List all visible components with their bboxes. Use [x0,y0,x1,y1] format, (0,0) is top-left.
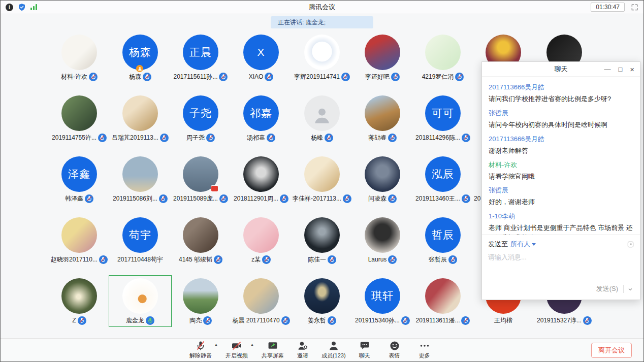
chat-message: 张哲辰好的，谢谢老师 [489,186,633,207]
participant-tile[interactable]: z某 [230,214,293,266]
participant-name: 2017115611孙... [174,73,218,81]
toolbar-button-mic-off[interactable]: 解除静音 [189,340,212,359]
participant-avatar: 正晨 [183,35,218,70]
participant-tile[interactable]: 苟宇2017110448苟宇 [109,214,172,266]
toolbar-button-camera-off[interactable]: 开启视频 [226,340,248,359]
participant-tile[interactable]: 蒋劼睿 [351,92,414,144]
participant-avatar [122,95,158,131]
participant-name: Laurus [368,256,387,263]
participant-name: 赵晓羽2017110... [51,255,98,264]
participant-tile[interactable]: 2018112901周... [230,153,293,205]
participant-tile[interactable]: 可可2018114296陈... [411,92,474,144]
participant-tile[interactable]: 杨峰 [291,92,353,144]
participant-tile[interactable]: Laurus [351,214,414,266]
participant-avatar [365,35,400,70]
chat-sender-name: 2017113666吴月皓 [489,83,633,92]
participant-tile[interactable]: 子尧周子尧 [169,92,232,144]
participant-tile[interactable]: 闫凌森 [351,153,414,205]
muted-mic-icon [388,194,397,203]
participant-tile[interactable]: 祁嘉汤祁嘉 [230,92,293,144]
chat-message-list: 2017113666吴月皓请问我们学校推荐进省赛的比例是多少呀?张哲辰请问今年校… [482,77,640,235]
participant-tile[interactable]: 2019115089庞... [169,153,232,205]
chat-icon [359,340,370,351]
participant-tile[interactable]: 赵晓羽2017110... [48,214,111,266]
chevron-up-icon[interactable]: ▲ [250,343,254,346]
toolbar-button-emoji[interactable]: 表情 [383,340,406,359]
participant-avatar: X [243,35,279,70]
participant-name: 4219罗仁涓 [422,73,454,81]
participant-tile[interactable]: 哲辰张哲辰 [411,214,474,266]
minimize-icon[interactable]: — [604,66,610,73]
close-icon[interactable]: × [630,65,634,73]
fullscreen-icon[interactable] [631,4,638,11]
participant-avatar [304,35,340,70]
participant-name: 汤祁嘉 [247,134,265,142]
muted-mic-icon [265,73,273,81]
participant-tile[interactable]: Z [48,275,111,327]
muted-mic-icon [78,316,86,325]
members-icon [328,340,339,351]
participant-tile[interactable]: 李佳祥-2017113... [291,153,353,205]
participant-tile[interactable]: 姜永哲 [291,275,353,327]
participant-avatar [61,217,97,253]
participant-tile[interactable]: 杨森杨森 [109,31,172,83]
toolbar-button-label: 开启视频 [226,352,248,359]
toolbar-button-label: 解除静音 [189,352,212,359]
participant-tile[interactable]: 4219罗仁涓 [411,31,474,83]
chat-sender-name: 2017113666吴月皓 [489,135,633,144]
participant-tile[interactable]: 材料-许欢 [48,31,111,83]
participant-name: 2019113460王... [415,194,460,203]
participant-tile[interactable]: 正晨2017115611孙... [169,31,232,83]
participant-tile[interactable]: 杨晨 2017110470 [230,275,293,327]
participant-tile[interactable]: 陶亮 [169,275,232,327]
avatar-initials: 杨森 [129,45,151,59]
participant-tile[interactable]: 琪轩2019115340孙... [351,275,414,327]
participant-avatar: 泓辰 [425,156,461,192]
network-signal-icon[interactable] [30,4,37,10]
send-button[interactable]: 发送(S) [591,283,623,295]
chevron-down-icon [532,243,536,246]
toolbar-button-members[interactable]: 成员(123) [321,340,346,359]
toolbar-button-more[interactable]: 更多 [413,340,436,359]
flag-badge [211,186,218,191]
maximize-icon[interactable]: □ [618,66,622,73]
popout-chat-icon[interactable] [627,241,634,248]
participant-name: 李辉2019114741 [294,73,340,81]
camera-off-icon [231,340,242,351]
participant-tile[interactable]: 吕瑞芃2019113... [109,92,172,144]
chevron-up-icon[interactable]: ▲ [214,343,218,346]
participant-tile[interactable]: XXIAO [230,31,293,83]
security-shield-icon[interactable] [18,3,26,11]
muted-mic-icon [159,194,168,203]
toolbar-button-chat[interactable]: 聊天 [353,340,376,359]
participant-tile[interactable]: 2019114755许... [48,92,111,144]
muted-mic-icon [448,255,457,264]
toolbar-button-share-screen[interactable]: 共享屏幕 [262,340,284,359]
participant-tile[interactable]: 2019113611潘... [411,275,474,327]
send-options-chevron-icon[interactable] [624,285,634,292]
leave-meeting-button[interactable]: 离开会议 [591,343,632,358]
participant-tile[interactable]: 2019115086刘... [109,153,172,205]
muted-mic-icon [203,316,212,325]
mic-off-icon [195,340,206,351]
toolbar-button-invite[interactable]: 邀请 [292,340,314,359]
participant-tile[interactable]: 泓辰2019113460王... [411,153,474,205]
muted-mic-icon [89,73,98,81]
participant-tile[interactable]: 李辉2019114741 [291,31,353,83]
participant-avatar [61,35,97,70]
participant-tile[interactable]: 李还好吧 [351,31,414,83]
participant-name: Z [72,317,76,324]
avatar-initials: 正晨 [189,45,212,59]
participant-tile[interactable]: 4145 邬竣韬 [169,214,232,266]
send-to-dropdown[interactable]: 所有人 [510,240,536,249]
meeting-info-icon[interactable]: i [6,4,13,11]
chat-compose-area: 发送至 所有人 发送(S) [482,235,640,300]
title-bar: i 腾讯会议 01:30:47 [1,1,643,14]
chat-message-input[interactable] [488,253,634,261]
participant-avatar [183,156,218,192]
participant-tile[interactable]: 泽鑫韩泽鑫 [48,153,111,205]
participant-tile[interactable]: 陈佳一 [291,214,353,266]
participant-tile[interactable]: 鹿金龙 [109,275,172,327]
participant-name: 王均楷 [494,316,512,325]
avatar-initials: 祁嘉 [250,106,272,120]
